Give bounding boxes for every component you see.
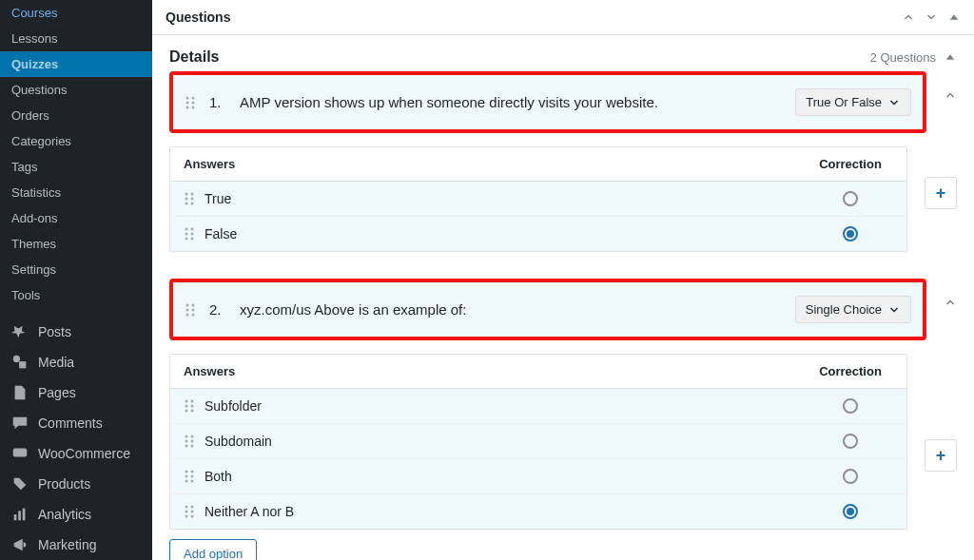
sidebar-item-marketing[interactable]: Marketing (0, 530, 152, 560)
correction-radio[interactable] (843, 226, 858, 241)
sidebar-item-lessons[interactable]: Lessons (0, 26, 152, 51)
question-type-dropdown[interactable]: True Or False (795, 88, 911, 116)
answer-row: Neither A nor B (170, 494, 906, 529)
svg-point-47 (191, 480, 194, 483)
question-type-label: True Or False (806, 95, 882, 109)
svg-rect-5 (23, 509, 26, 521)
caret-up-icon[interactable] (944, 50, 957, 64)
admin-sidebar: Courses Lessons Quizzes Questions Orders… (0, 0, 152, 560)
answer-row: True (170, 182, 906, 217)
drag-handle-icon[interactable] (184, 226, 195, 241)
plus-icon: + (936, 183, 946, 203)
drag-handle-icon[interactable] (184, 398, 195, 414)
answer-text[interactable]: Subfolder (205, 398, 808, 414)
megaphone-icon (11, 536, 29, 553)
drag-handle-icon[interactable] (184, 469, 195, 484)
correction-radio[interactable] (843, 504, 858, 519)
svg-point-49 (191, 506, 194, 509)
answer-text[interactable]: False (205, 226, 808, 241)
sidebar-item-comments[interactable]: Comments (0, 408, 152, 438)
chevron-down-icon (887, 96, 901, 109)
sidebar-item-questions[interactable]: Questions (0, 77, 152, 103)
questions-panel: Questions Details 2 Questions (152, 0, 974, 560)
sidebar-item-settings[interactable]: Settings (0, 257, 152, 282)
svg-point-48 (185, 506, 188, 509)
sidebar-item-tags[interactable]: Tags (0, 154, 152, 180)
sidebar-item-analytics[interactable]: Analytics (0, 499, 152, 530)
drag-handle-icon[interactable] (185, 95, 196, 110)
sidebar-item-label: Products (38, 476, 90, 492)
add-answer-button[interactable]: + (925, 177, 957, 209)
details-label: Details (169, 48, 219, 66)
svg-point-43 (191, 471, 194, 473)
chevron-up-icon[interactable] (902, 10, 915, 24)
correction-radio[interactable] (843, 434, 858, 449)
answer-text[interactable]: Both (205, 469, 808, 484)
answers-table: Answers Correction True False (169, 146, 907, 252)
drag-handle-icon[interactable] (184, 434, 195, 449)
sidebar-item-quizzes[interactable]: Quizzes (0, 51, 152, 77)
sidebar-item-label: Media (38, 355, 74, 370)
sidebar-item-label: Pages (38, 385, 76, 400)
sidebar-item-media[interactable]: Media (0, 347, 152, 377)
sidebar-item-label: Posts (38, 324, 71, 339)
correction-radio[interactable] (843, 191, 858, 206)
correction-radio[interactable] (843, 469, 858, 484)
answers-wrap: Answers Correction Subfolder (169, 354, 957, 560)
drag-handle-icon[interactable] (184, 504, 195, 519)
answers-col-label: Answers (184, 364, 808, 378)
svg-point-11 (192, 106, 195, 108)
drag-handle-icon[interactable] (184, 191, 195, 206)
answer-text[interactable]: Neither A nor B (205, 504, 808, 519)
media-icon (11, 354, 29, 371)
question-type-dropdown[interactable]: Single Choice (795, 296, 911, 323)
svg-rect-3 (14, 514, 17, 520)
svg-point-26 (186, 308, 189, 311)
sidebar-item-posts[interactable]: Posts (0, 317, 152, 347)
answer-text[interactable]: True (205, 191, 808, 206)
collapse-toggle[interactable] (944, 71, 957, 102)
svg-point-9 (192, 101, 195, 104)
woo-icon (11, 445, 29, 462)
correction-radio[interactable] (843, 398, 858, 414)
sidebar-item-pages[interactable]: Pages (0, 377, 152, 408)
add-option-button[interactable]: Add option (169, 539, 257, 560)
sidebar-item-woocommerce[interactable]: WooCommerce (0, 438, 152, 469)
question-block: 2. xyz.com/us Above is an example of: Si… (169, 279, 957, 560)
sidebar-item-label: Marketing (38, 537, 96, 552)
drag-handle-icon[interactable] (185, 302, 196, 318)
panel-title: Questions (166, 10, 230, 25)
svg-point-42 (185, 471, 188, 473)
sidebar-item-label: WooCommerce (38, 446, 130, 461)
svg-point-38 (185, 440, 188, 443)
panel-header: Questions (152, 0, 974, 35)
question-text[interactable]: xyz.com/us Above is an example of: (240, 301, 782, 318)
sidebar-item-courses[interactable]: Courses (0, 0, 152, 26)
svg-point-18 (185, 228, 188, 231)
collapse-toggle[interactable] (944, 279, 957, 309)
answers-wrap: Answers Correction True False (169, 146, 957, 252)
sidebar-item-products[interactable]: Products (0, 469, 152, 499)
caret-up-icon[interactable] (947, 10, 961, 24)
svg-point-12 (185, 193, 188, 196)
chart-icon (11, 506, 29, 523)
question-text[interactable]: AMP version shows up when someone direct… (240, 94, 782, 110)
answers-header: Answers Correction (170, 355, 906, 389)
sidebar-item-statistics[interactable]: Statistics (0, 180, 152, 205)
chevron-down-icon[interactable] (925, 10, 938, 24)
answer-text[interactable]: Subdomain (205, 434, 808, 449)
svg-point-46 (185, 480, 188, 483)
sidebar-item-categories[interactable]: Categories (0, 128, 152, 154)
sidebar-item-themes[interactable]: Themes (0, 231, 152, 257)
svg-point-50 (185, 511, 188, 513)
sidebar-item-addons[interactable]: Add-ons (0, 205, 152, 231)
question-type-label: Single Choice (806, 302, 882, 317)
sidebar-item-tools[interactable]: Tools (0, 282, 152, 308)
svg-point-8 (186, 101, 189, 104)
sidebar-item-orders[interactable]: Orders (0, 103, 152, 128)
svg-point-45 (191, 475, 194, 478)
add-answer-button[interactable]: + (925, 439, 957, 472)
svg-point-21 (191, 233, 194, 236)
correction-col-label: Correction (808, 364, 893, 378)
svg-point-29 (192, 313, 195, 316)
